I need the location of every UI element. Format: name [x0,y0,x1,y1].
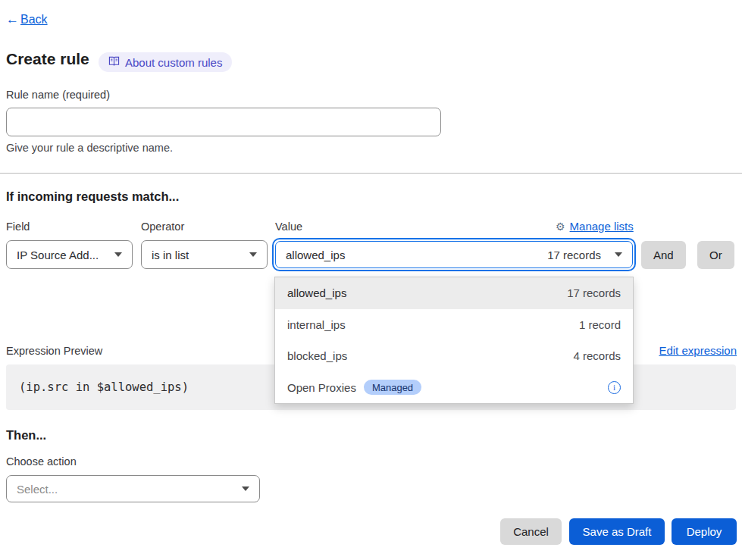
page-title: Create rule [6,50,89,68]
expression-code: (ip.src in $allowed_ips) [19,380,189,394]
field-select[interactable]: IP Source Add... [6,240,133,269]
field-select-value: IP Source Add... [17,249,99,261]
choose-action-label: Choose action [6,455,77,468]
save-as-draft-button[interactable]: Save as Draft [569,518,665,545]
about-custom-rules-link[interactable]: About custom rules [99,52,232,72]
list-item-name: blocked_ips [287,349,347,362]
list-item-open-proxies[interactable]: Open Proxies Managed i [275,372,633,404]
value-select-focus-ring: allowed_ips 17 records [272,238,636,271]
back-link[interactable]: ←Back [6,12,48,27]
rule-name-help-text: Give your rule a descriptive name. [6,142,173,154]
chevron-down-icon [249,252,257,257]
value-select-records-count: 17 records [547,249,601,261]
list-item-allowed-ips[interactable]: allowed_ips 17 records [275,277,633,309]
chevron-down-icon [114,252,122,257]
back-link-label[interactable]: Back [20,13,48,27]
list-item-record-count: 17 records [567,286,621,299]
edit-expression-link[interactable]: Edit expression [659,344,737,357]
value-select[interactable]: allowed_ips 17 records [275,241,633,268]
book-icon [108,56,120,69]
list-item-record-count: 4 records [573,349,621,362]
action-select[interactable]: Select... [6,475,260,502]
match-section-heading: If incoming requests match... [6,189,179,204]
info-icon[interactable]: i [608,381,621,394]
about-custom-rules-label: About custom rules [125,56,222,69]
value-dropdown-menu: allowed_ips 17 records internal_ips 1 re… [274,277,634,404]
gear-icon: ⚙ [556,221,565,233]
back-arrow-icon: ← [6,12,19,27]
manage-lists-link[interactable]: ⚙ Manage lists [556,220,634,233]
deploy-button[interactable]: Deploy [672,518,737,545]
manage-lists-label[interactable]: Manage lists [570,220,634,233]
value-label: Value [275,221,302,233]
chevron-down-icon [242,486,249,491]
operator-label: Operator [141,221,184,233]
rule-name-label: Rule name (required) [6,89,110,101]
operator-select-value: is in list [152,249,189,261]
list-item-name: allowed_ips [287,286,346,299]
rule-name-input[interactable] [6,108,441,136]
action-select-placeholder: Select... [17,483,58,496]
and-button[interactable]: And [641,241,686,269]
list-item-name: Open Proxies [287,381,356,394]
list-item-record-count: 1 record [579,318,621,331]
list-item-internal-ips[interactable]: internal_ips 1 record [275,309,633,341]
section-divider [0,173,742,174]
managed-badge: Managed [364,380,421,395]
expression-preview-label: Expression Preview [6,345,102,357]
operator-select[interactable]: is in list [141,240,268,269]
create-rule-page: ←Back Create rule About custom rules Rul… [0,0,742,560]
list-item-blocked-ips[interactable]: blocked_ips 4 records [275,340,633,372]
chevron-down-icon [615,252,622,257]
value-select-selected: allowed_ips [286,249,547,261]
field-label: Field [6,221,30,233]
then-section-heading: Then... [6,428,46,443]
or-button[interactable]: Or [697,241,734,269]
cancel-button[interactable]: Cancel [500,518,562,545]
list-item-name: internal_ips [287,318,346,331]
